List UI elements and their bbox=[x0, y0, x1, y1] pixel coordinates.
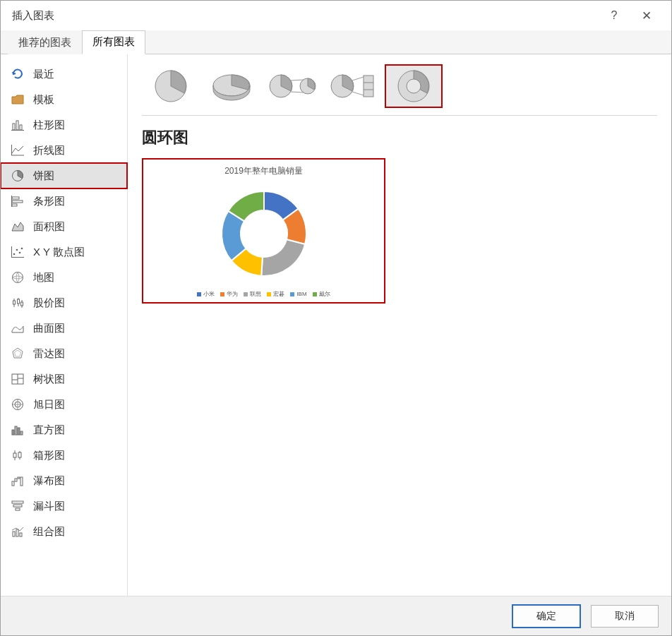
legend-item: 戴尔 bbox=[313, 290, 330, 298]
svg-line-60 bbox=[352, 92, 364, 95]
legend-item-label: 宏碁 bbox=[273, 290, 284, 298]
template-icon bbox=[11, 92, 25, 107]
help-button[interactable]: ? bbox=[598, 1, 630, 30]
category-label: 漏斗图 bbox=[33, 500, 65, 513]
svg-rect-41 bbox=[18, 452, 21, 457]
category-column[interactable]: 柱形图 bbox=[1, 112, 127, 138]
subtype-separator bbox=[142, 115, 657, 116]
category-combo[interactable]: 组合图 bbox=[1, 519, 127, 544]
surface-icon bbox=[11, 321, 25, 335]
pie-3d-icon bbox=[210, 70, 253, 102]
legend-item-label: 华为 bbox=[227, 290, 238, 298]
category-label: 折线图 bbox=[33, 144, 65, 157]
category-surface[interactable]: 曲面图 bbox=[1, 316, 127, 341]
pie-icon bbox=[11, 169, 25, 183]
subtype-title: 圆环图 bbox=[142, 127, 657, 148]
category-histogram[interactable]: 直方图 bbox=[1, 417, 127, 443]
svg-rect-50 bbox=[16, 529, 18, 536]
svg-rect-49 bbox=[13, 532, 15, 536]
category-stock[interactable]: 股价图 bbox=[1, 290, 127, 316]
chart-preview[interactable]: 2019年整年电脑销量 小米华为联想宏碁IBM戴尔 bbox=[142, 158, 385, 304]
category-map[interactable]: 地图 bbox=[1, 265, 127, 290]
svg-rect-42 bbox=[12, 481, 14, 486]
dialog-title: 插入图表 bbox=[12, 9, 598, 23]
svg-rect-21 bbox=[18, 299, 20, 304]
category-template[interactable]: 模板 bbox=[1, 87, 127, 112]
bar-icon bbox=[11, 194, 25, 208]
legend-item: 华为 bbox=[220, 290, 238, 298]
svg-rect-2 bbox=[20, 125, 22, 130]
category-line[interactable]: 折线图 bbox=[1, 138, 127, 163]
category-label: 饼图 bbox=[33, 169, 54, 183]
svg-rect-48 bbox=[16, 508, 20, 510]
subtype-pie-of-pie[interactable] bbox=[263, 64, 321, 108]
category-label: 柱形图 bbox=[33, 119, 65, 132]
category-pie[interactable]: 饼图 bbox=[1, 163, 127, 188]
svg-rect-61 bbox=[364, 76, 373, 97]
category-treemap[interactable]: 树状图 bbox=[1, 366, 127, 392]
treemap-icon bbox=[11, 372, 25, 386]
help-icon: ? bbox=[611, 9, 618, 22]
svg-point-13 bbox=[19, 252, 21, 254]
svg-rect-51 bbox=[20, 533, 22, 536]
category-recent[interactable]: 最近 bbox=[1, 61, 127, 87]
svg-rect-19 bbox=[13, 301, 16, 304]
bar-of-pie-icon bbox=[328, 70, 378, 102]
category-scatter[interactable]: X Y 散点图 bbox=[1, 239, 127, 265]
ok-button[interactable]: 确定 bbox=[512, 604, 581, 628]
category-label: 模板 bbox=[33, 93, 54, 107]
svg-rect-46 bbox=[12, 501, 23, 503]
subtype-row bbox=[142, 61, 657, 115]
svg-rect-7 bbox=[12, 197, 19, 199]
pie-of-pie-icon bbox=[267, 70, 318, 102]
chart-preview-legend: 小米华为联想宏碁IBM戴尔 bbox=[197, 290, 330, 298]
svg-point-17 bbox=[13, 272, 23, 283]
tab-all-charts[interactable]: 所有图表 bbox=[82, 30, 145, 54]
category-boxplot[interactable]: 箱形图 bbox=[1, 443, 127, 468]
close-button[interactable]: ✕ bbox=[630, 1, 663, 30]
insert-chart-dialog: 插入图表 ? ✕ 推荐的图表 所有图表 最近 模板 bbox=[0, 0, 672, 636]
category-bar[interactable]: 条形图 bbox=[1, 188, 127, 214]
category-label: 曲面图 bbox=[33, 322, 65, 335]
category-label: 直方图 bbox=[33, 424, 65, 437]
category-sunburst[interactable]: 旭日图 bbox=[1, 392, 127, 417]
close-icon: ✕ bbox=[642, 8, 652, 23]
svg-rect-36 bbox=[18, 428, 20, 435]
stock-icon bbox=[11, 296, 25, 310]
recent-icon bbox=[11, 67, 25, 81]
category-label: 地图 bbox=[33, 271, 54, 284]
legend-item: 小米 bbox=[197, 290, 215, 298]
category-label: 旭日图 bbox=[33, 398, 65, 412]
svg-rect-0 bbox=[13, 124, 15, 130]
funnel-icon bbox=[11, 499, 25, 513]
sunburst-icon bbox=[11, 397, 25, 412]
histogram-icon bbox=[11, 423, 25, 437]
tab-recommended[interactable]: 推荐的图表 bbox=[8, 31, 82, 54]
category-waterfall[interactable]: 瀑布图 bbox=[1, 468, 127, 493]
line-icon bbox=[11, 143, 25, 157]
svg-line-55 bbox=[291, 80, 304, 80]
svg-point-65 bbox=[407, 79, 421, 93]
pie-2d-icon bbox=[151, 66, 191, 106]
category-area[interactable]: 面积图 bbox=[1, 214, 127, 239]
radar-icon bbox=[11, 347, 25, 361]
category-label: 树状图 bbox=[33, 373, 65, 386]
scatter-icon bbox=[11, 245, 25, 259]
cancel-button[interactable]: 取消 bbox=[591, 605, 659, 628]
category-radar[interactable]: 雷达图 bbox=[1, 341, 127, 366]
category-label: 瀑布图 bbox=[33, 474, 65, 488]
legend-item-label: IBM bbox=[296, 291, 306, 297]
subtype-pie-2d[interactable] bbox=[142, 64, 200, 108]
chart-category-list: 最近 模板 柱形图 折线图 bbox=[1, 54, 128, 596]
category-funnel[interactable]: 漏斗图 bbox=[1, 493, 127, 519]
combo-icon bbox=[11, 524, 25, 539]
subtype-pie-3d[interactable] bbox=[203, 64, 260, 108]
svg-rect-34 bbox=[12, 430, 14, 435]
svg-rect-37 bbox=[20, 431, 23, 435]
svg-rect-39 bbox=[13, 453, 16, 457]
subtype-doughnut[interactable] bbox=[385, 64, 443, 108]
svg-marker-25 bbox=[15, 350, 21, 356]
area-icon bbox=[11, 220, 25, 234]
chart-preview-plot bbox=[215, 177, 313, 290]
subtype-bar-of-pie[interactable] bbox=[324, 64, 382, 108]
